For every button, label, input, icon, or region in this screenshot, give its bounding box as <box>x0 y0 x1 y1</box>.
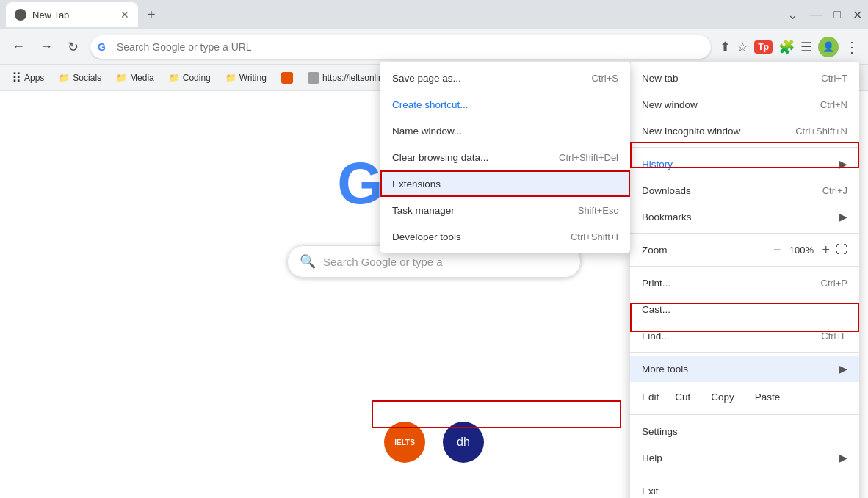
submenu-developer-tools-label: Developer tools <box>392 231 461 242</box>
zoom-minus-button[interactable]: − <box>773 242 781 258</box>
menu-paste-button[interactable]: Paste <box>745 387 791 407</box>
submenu-name-window[interactable]: Name window... <box>380 118 630 144</box>
favicon-orange-icon <box>281 72 293 84</box>
menu-edit-row: Edit Cut Copy Paste <box>630 382 859 411</box>
menu-find-label: Find... <box>642 331 670 342</box>
avatar[interactable]: 👤 <box>818 37 839 57</box>
address-wrap: G <box>90 35 711 59</box>
menu-exit[interactable]: Exit <box>630 477 859 498</box>
shortcut-dh[interactable]: dh <box>443 422 484 469</box>
window-controls: ⌄ — □ ✕ <box>787 7 862 23</box>
bookmark-icon[interactable]: ☆ <box>737 39 748 55</box>
close-button[interactable]: ✕ <box>853 8 862 22</box>
menu-new-tab[interactable]: New tab Ctrl+T <box>630 65 859 91</box>
bookmark-apps[interactable]: ⠿ Apps <box>6 67 50 89</box>
submenu-extensions-label: Extensions <box>392 178 441 190</box>
menu-copy-button[interactable]: Copy <box>701 387 745 407</box>
menu-more-tools[interactable]: More tools ▶ <box>630 356 859 382</box>
submenu-task-manager[interactable]: Task manager Shift+Esc <box>380 197 630 223</box>
zoom-controls: − 100% + ⛶ <box>773 242 847 258</box>
submenu-save-page-label: Save page as... <box>392 73 461 84</box>
browser-tab[interactable]: New Tab ✕ <box>6 2 138 27</box>
menu-find[interactable]: Find... Ctrl+F <box>630 322 859 349</box>
menu-new-incognito[interactable]: New Incognito window Ctrl+Shift+N <box>630 118 859 144</box>
submenu-developer-tools-shortcut: Ctrl+Shift+I <box>571 231 618 242</box>
menu-divider-6 <box>630 474 859 474</box>
shortcut-ielts[interactable]: IELTS <box>384 422 425 469</box>
menu-divider-3 <box>630 266 859 267</box>
submenu-create-shortcut[interactable]: Create shortcut... <box>380 91 630 118</box>
title-bar: New Tab ✕ + ⌄ — □ ✕ <box>0 0 868 29</box>
bookmark-media-label: Media <box>130 73 154 83</box>
maximize-button[interactable]: □ <box>833 8 841 21</box>
context-menu: New tab Ctrl+T New window Ctrl+N New Inc… <box>630 62 859 498</box>
menu-settings-label: Settings <box>642 426 678 437</box>
submenu-clear-browsing-shortcut: Ctrl+Shift+Del <box>559 152 618 163</box>
menu-new-incognito-label: New Incognito window <box>642 126 740 137</box>
menu-bookmarks[interactable]: Bookmarks ▶ <box>630 203 859 230</box>
back-button[interactable]: ← <box>9 36 28 57</box>
tab-strip: New Tab ✕ + <box>6 2 787 27</box>
folder-icon-coding: 📁 <box>169 73 180 83</box>
tab-favicon <box>15 9 26 21</box>
submenu-clear-browsing-label: Clear browsing data... <box>392 152 488 163</box>
share-icon[interactable]: ⬆ <box>720 39 731 55</box>
zoom-fullscreen-button[interactable]: ⛶ <box>836 243 847 256</box>
menu-more-tools-arrow: ▶ <box>839 363 847 375</box>
menu-downloads[interactable]: Downloads Ctrl+J <box>630 177 859 203</box>
submenu-extensions[interactable]: Extensions <box>380 170 630 197</box>
menu-edit-label: Edit <box>636 391 665 403</box>
bookmark-apps-label: Apps <box>24 73 44 83</box>
menu-new-tab-label: New tab <box>642 73 679 84</box>
submenu-save-page-shortcut: Ctrl+S <box>592 73 618 84</box>
bookmark-coding[interactable]: 📁 Coding <box>163 70 217 86</box>
menu-help-label: Help <box>642 452 662 463</box>
menu-bookmarks-label: Bookmarks <box>642 212 692 223</box>
minimize-button[interactable]: — <box>810 8 822 21</box>
google-letter-g: G <box>337 151 381 216</box>
bookmark-writing-label: Writing <box>239 73 267 83</box>
menu-divider-2 <box>630 233 859 234</box>
menu-zoom: Zoom − 100% + ⛶ <box>630 237 859 263</box>
bookmark-ielts-favicon[interactable] <box>275 69 299 87</box>
new-tab-button[interactable]: + <box>141 4 162 26</box>
bookmark-writing[interactable]: 📁 Writing <box>220 70 272 86</box>
zoom-plus-button[interactable]: + <box>822 242 830 258</box>
menu-help[interactable]: Help ▶ <box>630 444 859 471</box>
reload-button[interactable]: ↻ <box>65 36 82 58</box>
menu-icon[interactable]: ☰ <box>800 39 812 55</box>
menu-divider-4 <box>630 352 859 353</box>
bookmark-socials[interactable]: 📁 Socials <box>53 70 107 86</box>
submenu-developer-tools[interactable]: Developer tools Ctrl+Shift+I <box>380 223 630 250</box>
submenu-create-shortcut-label: Create shortcut... <box>392 99 469 110</box>
search-placeholder-text: Search Google or type a <box>323 256 443 268</box>
menu-cut-button[interactable]: Cut <box>665 387 701 407</box>
menu-print[interactable]: Print... Ctrl+P <box>630 270 859 296</box>
more-options-button[interactable]: ⋮ <box>845 38 859 56</box>
submenu-clear-browsing[interactable]: Clear browsing data... Ctrl+Shift+Del <box>380 144 630 170</box>
tp-icon[interactable]: Tp <box>754 40 773 54</box>
shortcuts-bar: IELTS dh <box>384 422 484 469</box>
menu-new-window[interactable]: New window Ctrl+N <box>630 91 859 118</box>
address-input[interactable] <box>90 35 711 59</box>
menu-help-arrow: ▶ <box>839 452 847 463</box>
menu-history-label: History <box>642 159 673 170</box>
submenu-save-page[interactable]: Save page as... Ctrl+S <box>380 65 630 91</box>
bookmark-media[interactable]: 📁 Media <box>110 70 160 86</box>
zoom-percent: 100% <box>786 245 816 256</box>
bookmark-coding-label: Coding <box>183 73 211 83</box>
menu-new-tab-shortcut: Ctrl+T <box>821 73 847 84</box>
menu-print-label: Print... <box>642 278 670 289</box>
menu-settings[interactable]: Settings <box>630 418 859 444</box>
menu-more-tools-label: More tools <box>642 364 688 375</box>
extensions-icon[interactable]: 🧩 <box>778 39 795 55</box>
forward-button[interactable]: → <box>37 36 56 57</box>
submenu-task-manager-label: Task manager <box>392 205 455 216</box>
menu-history[interactable]: History ▶ <box>630 151 859 177</box>
shortcut-ielts-icon: IELTS <box>384 422 425 463</box>
menu-cast[interactable]: Cast... <box>630 296 859 322</box>
address-bar: ← → ↻ G ⬆ ☆ Tp 🧩 ☰ 👤 ⋮ <box>0 29 868 65</box>
menu-downloads-shortcut: Ctrl+J <box>822 185 847 196</box>
tab-close-button[interactable]: ✕ <box>120 9 129 21</box>
menu-divider-1 <box>630 147 859 148</box>
